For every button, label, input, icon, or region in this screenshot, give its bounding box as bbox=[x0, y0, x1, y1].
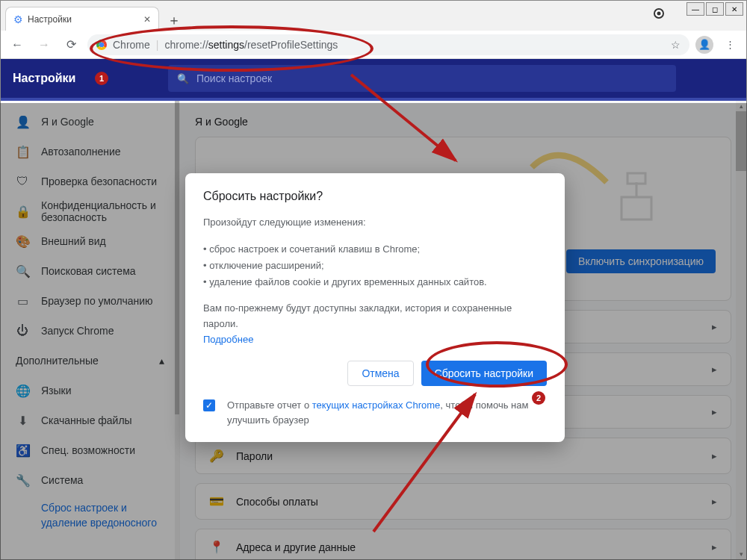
search-icon: 🔍 bbox=[177, 73, 189, 84]
page-title: Настройки bbox=[13, 72, 87, 85]
tab-title: Настройки bbox=[28, 14, 72, 25]
reset-settings-dialog: Сбросить настройки? Произойдут следующие… bbox=[185, 173, 565, 442]
settings-header: Настройки 1 🔍 bbox=[1, 59, 746, 101]
dialog-title: Сбросить настройки? bbox=[203, 190, 547, 203]
back-button[interactable]: ← bbox=[7, 34, 28, 55]
chrome-icon bbox=[96, 40, 107, 50]
window-titlebar: ⚙ Настройки ✕ ＋ — ◻ ✕ bbox=[1, 1, 746, 31]
cancel-button[interactable]: Отмена bbox=[347, 361, 413, 386]
report-checkbox[interactable]: ✓ bbox=[203, 399, 215, 411]
maximize-button[interactable]: ◻ bbox=[706, 2, 724, 16]
annotation-badge-1: 1 bbox=[95, 72, 108, 85]
profile-avatar[interactable]: 👤 bbox=[695, 36, 713, 54]
forward-button[interactable]: → bbox=[34, 34, 55, 55]
close-window-button[interactable]: ✕ bbox=[725, 2, 743, 16]
record-indicator-icon bbox=[654, 8, 664, 19]
current-settings-link[interactable]: текущих настройках Chrome bbox=[312, 399, 441, 411]
search-input[interactable] bbox=[196, 72, 667, 84]
url-badge: Chrome bbox=[113, 39, 150, 51]
browser-toolbar: ← → ⟳ Chrome | chrome://settings/resetPr… bbox=[1, 31, 746, 59]
new-tab-button[interactable]: ＋ bbox=[164, 10, 185, 31]
kebab-menu-icon[interactable]: ⋮ bbox=[719, 34, 740, 55]
settings-search[interactable]: 🔍 bbox=[168, 65, 676, 92]
reset-button[interactable]: Сбросить настройки bbox=[421, 361, 547, 386]
gear-icon: ⚙ bbox=[13, 13, 23, 25]
close-tab-icon[interactable]: ✕ bbox=[143, 14, 151, 25]
report-row: ✓ Отправьте отчет о текущих настройках C… bbox=[203, 398, 547, 427]
dialog-intro: Произойдут следующие изменения: bbox=[203, 215, 547, 231]
address-bar[interactable]: Chrome | chrome://settings/resetProfileS… bbox=[87, 34, 689, 55]
annotation-badge-2: 2 bbox=[532, 391, 545, 405]
learn-more-link[interactable]: Подробнее bbox=[203, 334, 253, 345]
url-text: chrome://settings/resetProfileSettings bbox=[164, 39, 338, 51]
browser-tab[interactable]: ⚙ Настройки ✕ bbox=[5, 7, 159, 31]
reload-button[interactable]: ⟳ bbox=[61, 34, 81, 55]
minimize-button[interactable]: — bbox=[686, 2, 704, 16]
bookmark-icon[interactable]: ☆ bbox=[671, 39, 681, 51]
